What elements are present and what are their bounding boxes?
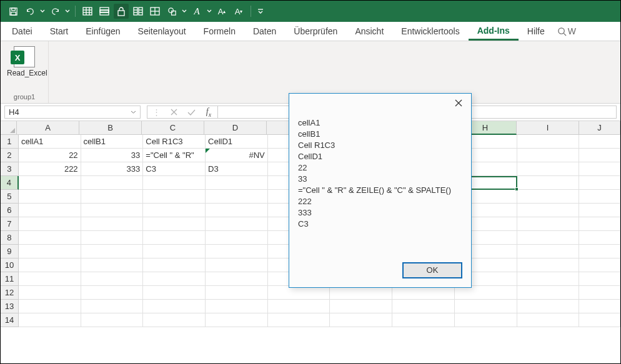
cell[interactable] — [579, 272, 620, 286]
cell[interactable] — [206, 231, 268, 245]
cell[interactable] — [268, 313, 330, 327]
row-header[interactable]: 14 — [1, 313, 19, 327]
save-icon[interactable] — [6, 4, 21, 19]
cell[interactable] — [455, 313, 517, 327]
cell[interactable] — [206, 258, 268, 272]
cell[interactable]: C3 — [143, 162, 206, 176]
cell[interactable] — [455, 286, 517, 300]
column-header[interactable]: B — [79, 121, 142, 135]
cell[interactable] — [19, 217, 81, 231]
cell[interactable] — [579, 286, 620, 300]
redo-icon[interactable] — [47, 4, 62, 19]
increase-font-icon[interactable]: A▴ — [214, 4, 229, 19]
tab-insert[interactable]: Einfügen — [77, 22, 129, 41]
enter-icon[interactable] — [182, 106, 200, 118]
ok-button[interactable]: OK — [402, 262, 462, 278]
cell[interactable] — [206, 313, 268, 327]
cell[interactable] — [19, 204, 81, 217]
cell[interactable] — [19, 176, 81, 190]
row-header[interactable]: 10 — [1, 258, 19, 272]
cell[interactable] — [81, 231, 144, 245]
cell[interactable] — [143, 204, 206, 217]
cell[interactable] — [517, 217, 580, 231]
select-all-button[interactable] — [1, 121, 17, 135]
undo-icon[interactable] — [22, 4, 37, 19]
tab-developer[interactable]: Entwicklertools — [392, 22, 468, 41]
cell[interactable]: #NV — [206, 149, 268, 162]
cell[interactable] — [268, 300, 330, 313]
insert-sheet-rows-icon[interactable] — [97, 4, 112, 19]
cell[interactable] — [19, 300, 81, 313]
cell[interactable] — [206, 190, 268, 204]
cell[interactable] — [517, 258, 580, 272]
tab-review[interactable]: Überprüfen — [285, 22, 346, 41]
cell[interactable] — [579, 204, 620, 217]
fill-handle[interactable] — [515, 187, 519, 191]
cell[interactable] — [81, 176, 144, 190]
column-header[interactable]: A — [17, 121, 79, 135]
tab-file[interactable]: Datei — [3, 22, 41, 41]
cell[interactable]: ="Cell " & "R" — [143, 149, 206, 162]
cell[interactable] — [517, 149, 580, 162]
cell[interactable] — [517, 286, 580, 300]
cell[interactable] — [143, 313, 206, 327]
fx-icon[interactable]: fx — [200, 106, 217, 118]
cell[interactable]: D3 — [206, 162, 268, 176]
cell[interactable] — [579, 313, 620, 327]
cell[interactable] — [579, 176, 620, 190]
cell[interactable] — [579, 149, 620, 162]
row-header[interactable]: 3 — [1, 162, 19, 176]
column-header[interactable]: I — [517, 121, 579, 135]
cell[interactable] — [206, 300, 268, 313]
cell[interactable]: cellB1 — [81, 135, 144, 149]
cell[interactable] — [579, 245, 620, 258]
row-header[interactable]: 5 — [1, 190, 19, 204]
tab-help[interactable]: Hilfe — [519, 22, 554, 41]
cell[interactable] — [81, 258, 144, 272]
dialog-titlebar[interactable] — [289, 94, 471, 112]
cell[interactable] — [19, 231, 81, 245]
tab-pagelayout[interactable]: Seitenlayout — [129, 22, 195, 41]
cell[interactable] — [81, 286, 144, 300]
cell[interactable] — [392, 286, 455, 300]
customize-qat-icon[interactable] — [256, 4, 266, 19]
column-header[interactable]: J — [579, 121, 620, 135]
cell[interactable]: 222 — [19, 162, 81, 176]
cell[interactable] — [81, 217, 144, 231]
row-header[interactable]: 1 — [1, 135, 19, 149]
cell[interactable] — [81, 272, 144, 286]
undo-dropdown-icon[interactable] — [39, 4, 46, 19]
cell[interactable] — [19, 313, 81, 327]
cell[interactable] — [392, 300, 455, 313]
cell[interactable] — [143, 217, 206, 231]
cell[interactable]: cellA1 — [19, 135, 81, 149]
row-header[interactable]: 12 — [1, 286, 19, 300]
name-box[interactable]: H4 — [4, 106, 141, 119]
cell[interactable] — [579, 162, 620, 176]
cell[interactable] — [579, 135, 620, 149]
tab-formulas[interactable]: Formeln — [195, 22, 244, 41]
cell[interactable] — [19, 245, 81, 258]
cell[interactable] — [81, 190, 144, 204]
row-header[interactable]: 9 — [1, 245, 19, 258]
tab-home[interactable]: Start — [41, 22, 77, 41]
insert-cells-icon[interactable] — [80, 4, 95, 19]
cell[interactable] — [143, 300, 206, 313]
cell[interactable] — [143, 190, 206, 204]
tab-view[interactable]: Ansicht — [346, 22, 392, 41]
column-header[interactable]: D — [204, 121, 267, 135]
cell[interactable] — [143, 258, 206, 272]
cell[interactable] — [143, 272, 206, 286]
cancel-icon[interactable] — [165, 106, 182, 118]
cell[interactable] — [268, 286, 330, 300]
cell[interactable] — [392, 313, 455, 327]
redo-dropdown-icon[interactable] — [64, 4, 71, 19]
cell[interactable] — [143, 176, 206, 190]
row-header[interactable]: 11 — [1, 272, 19, 286]
cell[interactable] — [517, 313, 580, 327]
cell[interactable] — [330, 300, 392, 313]
cell[interactable] — [517, 231, 580, 245]
font-dropdown-icon[interactable] — [206, 4, 212, 19]
cell[interactable] — [81, 245, 144, 258]
cell[interactable]: 22 — [19, 149, 81, 162]
